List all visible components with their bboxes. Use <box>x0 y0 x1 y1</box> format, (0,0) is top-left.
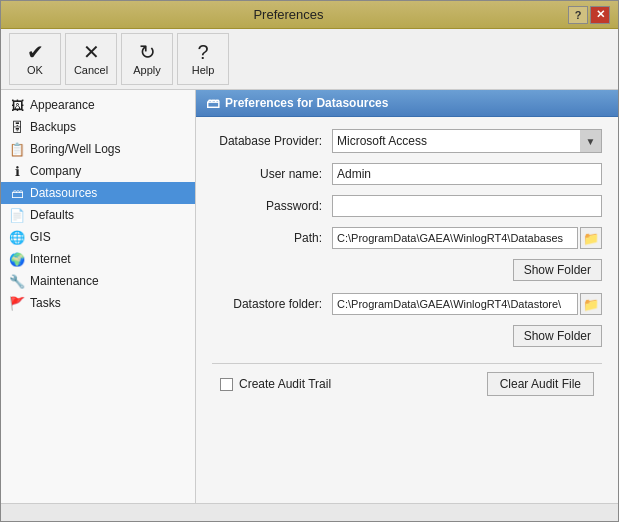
ok-label: OK <box>27 64 43 76</box>
sidebar-item-backups[interactable]: 🗄 Backups <box>1 116 195 138</box>
datastore-folder-button[interactable]: 📁 <box>580 293 602 315</box>
sidebar-item-boring-well-logs[interactable]: 📋 Boring/Well Logs <box>1 138 195 160</box>
path-folder-button[interactable]: 📁 <box>580 227 602 249</box>
ok-icon: ✔ <box>27 42 44 62</box>
toolbar: ✔ OK ✕ Cancel ↻ Apply ? Help <box>1 29 618 90</box>
username-label: User name: <box>212 167 332 181</box>
username-row: User name: <box>212 163 602 185</box>
internet-icon: 🌍 <box>9 251 25 267</box>
show-folder-1-button[interactable]: Show Folder <box>513 259 602 281</box>
main-panel: 🗃 Preferences for Datasources Database P… <box>196 90 618 503</box>
window-title: Preferences <box>9 7 568 22</box>
db-provider-select-wrapper: Microsoft Access SQL Server Oracle ▼ <box>332 129 602 153</box>
password-input[interactable] <box>332 195 602 217</box>
boring-icon: 📋 <box>9 141 25 157</box>
company-icon: ℹ <box>9 163 25 179</box>
sidebar-item-label: Datasources <box>30 186 97 200</box>
create-audit-checkbox[interactable] <box>220 378 233 391</box>
status-bar <box>1 503 618 521</box>
appearance-icon: 🖼 <box>9 97 25 113</box>
sidebar-item-label: Internet <box>30 252 71 266</box>
show-folder-2-row: Show Folder <box>212 325 602 347</box>
title-bar-controls: ? ✕ <box>568 6 610 24</box>
audit-row: Create Audit Trail Clear Audit File <box>212 363 602 404</box>
tasks-icon: 🚩 <box>9 295 25 311</box>
sidebar-item-tasks[interactable]: 🚩 Tasks <box>1 292 195 314</box>
show-folder-1-row: Show Folder <box>212 259 602 281</box>
ok-button[interactable]: ✔ OK <box>9 33 61 85</box>
datastore-control: 📁 <box>332 293 602 315</box>
help-button[interactable]: ? <box>568 6 588 24</box>
defaults-icon: 📄 <box>9 207 25 223</box>
password-control <box>332 195 602 217</box>
apply-label: Apply <box>133 64 161 76</box>
password-row: Password: <box>212 195 602 217</box>
panel-header-icon: 🗃 <box>206 95 220 111</box>
audit-left: Create Audit Trail <box>220 377 331 391</box>
db-provider-select[interactable]: Microsoft Access SQL Server Oracle <box>332 129 602 153</box>
sidebar-item-appearance[interactable]: 🖼 Appearance <box>1 94 195 116</box>
apply-button[interactable]: ↻ Apply <box>121 33 173 85</box>
sidebar-item-label: Backups <box>30 120 76 134</box>
show-folder-2-button[interactable]: Show Folder <box>513 325 602 347</box>
datastore-input[interactable] <box>332 293 578 315</box>
datastore-input-wrapper: 📁 <box>332 293 602 315</box>
content-area: 🖼 Appearance 🗄 Backups 📋 Boring/Well Log… <box>1 90 618 503</box>
sidebar-item-label: Maintenance <box>30 274 99 288</box>
maintenance-icon: 🔧 <box>9 273 25 289</box>
path-input-wrapper: 📁 <box>332 227 602 249</box>
datastore-row: Datastore folder: 📁 <box>212 293 602 315</box>
sidebar-item-datasources[interactable]: 🗃 Datasources <box>1 182 195 204</box>
title-bar: Preferences ? ✕ <box>1 1 618 29</box>
db-provider-row: Database Provider: Microsoft Access SQL … <box>212 129 602 153</box>
panel-header: 🗃 Preferences for Datasources <box>196 90 618 117</box>
sidebar-item-maintenance[interactable]: 🔧 Maintenance <box>1 270 195 292</box>
path-label: Path: <box>212 231 332 245</box>
sidebar-item-company[interactable]: ℹ Company <box>1 160 195 182</box>
path-row: Path: 📁 <box>212 227 602 249</box>
help-label: Help <box>192 64 215 76</box>
db-provider-label: Database Provider: <box>212 134 332 148</box>
sidebar-item-label: Company <box>30 164 81 178</box>
username-control <box>332 163 602 185</box>
create-audit-label: Create Audit Trail <box>239 377 331 391</box>
sidebar-item-label: Boring/Well Logs <box>30 142 121 156</box>
help-toolbar-button[interactable]: ? Help <box>177 33 229 85</box>
cancel-label: Cancel <box>74 64 108 76</box>
sidebar-item-internet[interactable]: 🌍 Internet <box>1 248 195 270</box>
datastore-label: Datastore folder: <box>212 297 332 311</box>
gis-icon: 🌐 <box>9 229 25 245</box>
sidebar-item-gis[interactable]: 🌐 GIS <box>1 226 195 248</box>
cancel-icon: ✕ <box>83 42 100 62</box>
apply-icon: ↻ <box>139 42 156 62</box>
sidebar-item-label: Defaults <box>30 208 74 222</box>
username-input[interactable] <box>332 163 602 185</box>
help-icon: ? <box>197 42 208 62</box>
sidebar-item-label: Appearance <box>30 98 95 112</box>
sidebar-item-label: Tasks <box>30 296 61 310</box>
close-button[interactable]: ✕ <box>590 6 610 24</box>
path-control: 📁 <box>332 227 602 249</box>
datasources-icon: 🗃 <box>9 185 25 201</box>
clear-audit-button[interactable]: Clear Audit File <box>487 372 594 396</box>
preferences-window: Preferences ? ✕ ✔ OK ✕ Cancel ↻ Apply ? … <box>0 0 619 522</box>
backups-icon: 🗄 <box>9 119 25 135</box>
sidebar: 🖼 Appearance 🗄 Backups 📋 Boring/Well Log… <box>1 90 196 503</box>
path-input[interactable] <box>332 227 578 249</box>
password-label: Password: <box>212 199 332 213</box>
sidebar-item-defaults[interactable]: 📄 Defaults <box>1 204 195 226</box>
sidebar-item-label: GIS <box>30 230 51 244</box>
panel-body: Database Provider: Microsoft Access SQL … <box>196 117 618 503</box>
panel-header-title: Preferences for Datasources <box>225 96 388 110</box>
db-provider-control: Microsoft Access SQL Server Oracle ▼ <box>332 129 602 153</box>
cancel-button[interactable]: ✕ Cancel <box>65 33 117 85</box>
